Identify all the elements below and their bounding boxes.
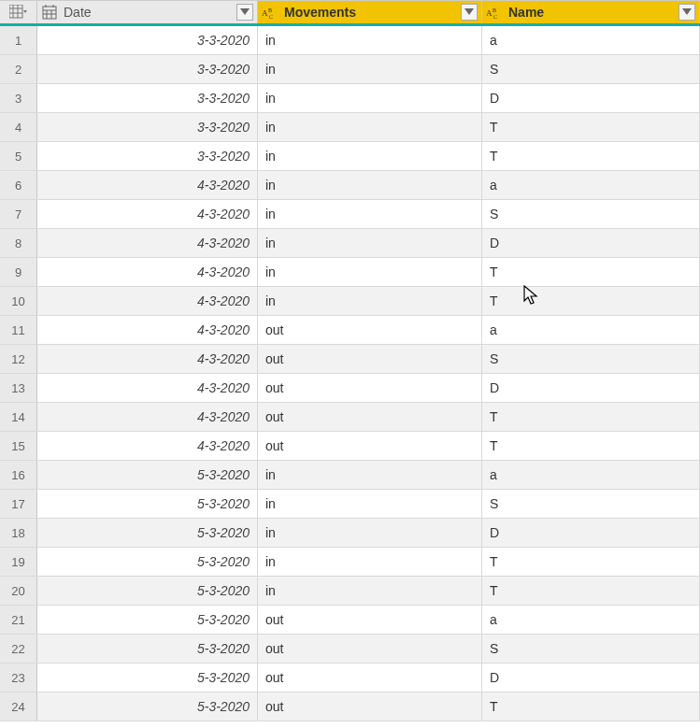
- cell-name[interactable]: S: [482, 200, 700, 228]
- cell-name[interactable]: T: [482, 403, 700, 431]
- table-row[interactable]: 74-3-2020inS: [0, 200, 700, 229]
- cell-movements[interactable]: out: [258, 316, 482, 344]
- cell-date[interactable]: 5-3-2020: [37, 664, 258, 692]
- cell-name[interactable]: T: [482, 258, 700, 286]
- cell-movements[interactable]: out: [258, 345, 482, 373]
- cell-date[interactable]: 4-3-2020: [37, 345, 258, 373]
- table-row[interactable]: 33-3-2020inD: [0, 84, 700, 113]
- filter-button-name[interactable]: [679, 4, 695, 21]
- table-row[interactable]: 165-3-2020ina: [0, 461, 700, 490]
- table-row[interactable]: 13-3-2020ina: [0, 26, 700, 55]
- table-row[interactable]: 104-3-2020inT: [0, 287, 700, 316]
- table-row[interactable]: 154-3-2020outT: [0, 432, 700, 461]
- cell-date[interactable]: 5-3-2020: [37, 461, 258, 489]
- cell-name[interactable]: T: [482, 287, 700, 315]
- cell-movements[interactable]: in: [258, 461, 482, 489]
- cell-name[interactable]: a: [482, 26, 700, 54]
- column-header-date[interactable]: Date: [37, 1, 258, 23]
- table-row[interactable]: 144-3-2020outT: [0, 403, 700, 432]
- cell-movements[interactable]: in: [258, 142, 482, 170]
- cell-movements[interactable]: out: [258, 403, 482, 431]
- cell-movements[interactable]: in: [258, 229, 482, 257]
- cell-name[interactable]: D: [482, 519, 700, 547]
- cell-date[interactable]: 3-3-2020: [37, 55, 258, 83]
- filter-button-movements[interactable]: [461, 4, 478, 21]
- cell-name[interactable]: a: [482, 316, 700, 344]
- cell-date[interactable]: 4-3-2020: [37, 258, 258, 286]
- cell-movements[interactable]: in: [258, 577, 482, 605]
- cell-name[interactable]: T: [482, 432, 700, 460]
- cell-movements[interactable]: in: [258, 200, 482, 228]
- table-menu-button[interactable]: [0, 1, 37, 23]
- table-row[interactable]: 53-3-2020inT: [0, 142, 700, 171]
- cell-movements[interactable]: in: [258, 519, 482, 547]
- cell-date[interactable]: 4-3-2020: [37, 403, 258, 431]
- cell-date[interactable]: 4-3-2020: [37, 432, 258, 460]
- cell-date[interactable]: 4-3-2020: [37, 374, 258, 402]
- table-row[interactable]: 175-3-2020inS: [0, 490, 700, 519]
- table-row[interactable]: 215-3-2020outa: [0, 606, 700, 635]
- cell-date[interactable]: 5-3-2020: [37, 490, 258, 518]
- cell-date[interactable]: 5-3-2020: [37, 577, 258, 605]
- cell-movements[interactable]: in: [258, 113, 482, 141]
- cell-date[interactable]: 4-3-2020: [37, 287, 258, 315]
- table-row[interactable]: 245-3-2020outT: [0, 692, 700, 721]
- table-row[interactable]: 195-3-2020inT: [0, 548, 700, 577]
- cell-name[interactable]: a: [482, 461, 700, 489]
- cell-name[interactable]: S: [482, 490, 700, 518]
- table-row[interactable]: 23-3-2020inS: [0, 55, 700, 84]
- table-row[interactable]: 205-3-2020inT: [0, 577, 700, 606]
- cell-date[interactable]: 5-3-2020: [37, 548, 258, 576]
- table-row[interactable]: 94-3-2020inT: [0, 258, 700, 287]
- cell-movements[interactable]: in: [258, 55, 482, 83]
- cell-date[interactable]: 3-3-2020: [37, 142, 258, 170]
- table-row[interactable]: 185-3-2020inD: [0, 519, 700, 548]
- cell-movements[interactable]: out: [258, 635, 482, 663]
- cell-movements[interactable]: out: [258, 432, 482, 460]
- table-row[interactable]: 124-3-2020outS: [0, 345, 700, 374]
- cell-movements[interactable]: out: [258, 664, 482, 692]
- cell-movements[interactable]: in: [258, 171, 482, 199]
- cell-name[interactable]: D: [482, 84, 700, 112]
- cell-date[interactable]: 5-3-2020: [37, 635, 258, 663]
- table-row[interactable]: 225-3-2020outS: [0, 635, 700, 664]
- cell-movements[interactable]: in: [258, 490, 482, 518]
- cell-movements[interactable]: in: [258, 548, 482, 576]
- table-row[interactable]: 134-3-2020outD: [0, 374, 700, 403]
- table-row[interactable]: 235-3-2020outD: [0, 664, 700, 692]
- cell-date[interactable]: 3-3-2020: [37, 26, 258, 54]
- cell-movements[interactable]: out: [258, 374, 482, 402]
- cell-date[interactable]: 3-3-2020: [37, 84, 258, 112]
- cell-name[interactable]: D: [482, 374, 700, 402]
- table-row[interactable]: 43-3-2020inT: [0, 113, 700, 142]
- cell-date[interactable]: 4-3-2020: [37, 229, 258, 257]
- cell-date[interactable]: 4-3-2020: [37, 316, 258, 344]
- table-row[interactable]: 114-3-2020outa: [0, 316, 700, 345]
- cell-date[interactable]: 4-3-2020: [37, 200, 258, 228]
- table-row[interactable]: 84-3-2020inD: [0, 229, 700, 258]
- cell-date[interactable]: 4-3-2020: [37, 171, 258, 199]
- cell-name[interactable]: a: [482, 606, 700, 634]
- cell-movements[interactable]: out: [258, 606, 482, 634]
- cell-date[interactable]: 5-3-2020: [37, 606, 258, 634]
- cell-date[interactable]: 5-3-2020: [37, 519, 258, 547]
- cell-name[interactable]: T: [482, 548, 700, 576]
- cell-name[interactable]: S: [482, 55, 700, 83]
- cell-name[interactable]: T: [482, 692, 700, 721]
- cell-name[interactable]: D: [482, 664, 700, 692]
- cell-name[interactable]: S: [482, 345, 700, 373]
- table-row[interactable]: 64-3-2020ina: [0, 171, 700, 200]
- cell-name[interactable]: a: [482, 171, 700, 199]
- cell-name[interactable]: T: [482, 113, 700, 141]
- column-header-name[interactable]: A B C Name: [482, 1, 700, 23]
- cell-name[interactable]: D: [482, 229, 700, 257]
- cell-movements[interactable]: in: [258, 26, 482, 54]
- filter-button-date[interactable]: [236, 4, 253, 21]
- cell-name[interactable]: S: [482, 635, 700, 663]
- cell-date[interactable]: 3-3-2020: [37, 113, 258, 141]
- cell-name[interactable]: T: [482, 142, 700, 170]
- cell-name[interactable]: T: [482, 577, 700, 605]
- cell-date[interactable]: 5-3-2020: [37, 692, 258, 721]
- cell-movements[interactable]: in: [258, 258, 482, 286]
- column-header-movements[interactable]: A B C Movements: [258, 1, 482, 23]
